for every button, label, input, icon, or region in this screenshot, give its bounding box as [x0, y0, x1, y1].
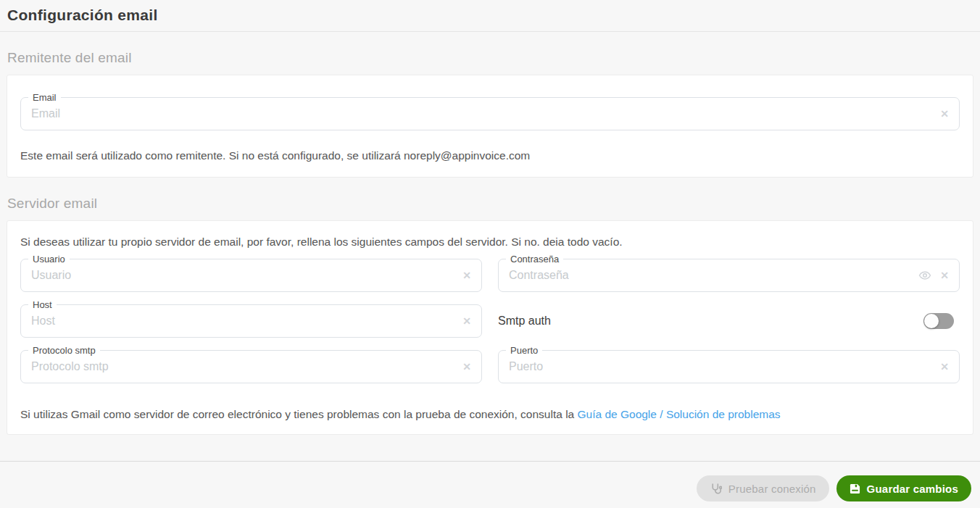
page-header: Configuración email: [0, 0, 980, 32]
x-clear-icon[interactable]: [940, 362, 949, 372]
usuario-field: Usuario: [20, 259, 482, 292]
test-connection-button[interactable]: Pruebar conexión: [697, 475, 829, 501]
server-intro-text: Si deseas utilizar tu propio servidor de…: [20, 236, 960, 249]
google-guide-link[interactable]: Guía de Google: [578, 408, 657, 420]
contrasena-field-icons: [918, 269, 959, 282]
save-button[interactable]: Guardar cambios: [836, 475, 971, 501]
gmail-note-text: Si utilizas Gmail como servidor de corre…: [20, 408, 578, 420]
puerto-input[interactable]: [499, 360, 940, 373]
sender-help-text: Este email será utilizado como remitente…: [20, 149, 960, 162]
sender-section-heading: Remitente del email: [7, 50, 973, 66]
test-connection-label: Pruebar conexión: [728, 483, 816, 495]
troubleshooting-link[interactable]: Solución de problemas: [666, 408, 781, 420]
sender-card: Email Este email será utilizado como rem…: [7, 75, 973, 178]
host-field-label: Host: [28, 299, 57, 311]
host-field-icons: [462, 316, 481, 326]
smtp-auth-toggle[interactable]: [923, 313, 954, 329]
contrasena-input[interactable]: [499, 269, 918, 282]
usuario-input[interactable]: [21, 269, 462, 282]
protocolo-field-icons: [462, 362, 481, 372]
contrasena-field-label: Contraseña: [506, 253, 563, 265]
toggle-thumb: [924, 314, 939, 328]
puerto-field-icons: [940, 362, 959, 372]
x-clear-icon[interactable]: [940, 270, 949, 280]
protocolo-smtp-field: Protocolo smtp: [20, 350, 482, 383]
x-clear-icon[interactable]: [940, 109, 949, 119]
eye-icon[interactable]: [918, 269, 931, 282]
contrasena-field: Contraseña: [498, 259, 960, 292]
usuario-field-label: Usuario: [28, 253, 70, 265]
protocolo-smtp-field-label: Protocolo smtp: [28, 344, 100, 357]
footer-actions: Pruebar conexión Guardar cambios: [0, 462, 980, 501]
floppy-disk-icon: [850, 483, 860, 494]
host-field: Host: [20, 304, 482, 338]
email-field-label: Email: [28, 91, 61, 104]
server-card: Si deseas utilizar tu propio servidor de…: [7, 220, 973, 435]
x-clear-icon[interactable]: [462, 270, 471, 280]
link-separator: /: [657, 408, 666, 420]
server-section-heading: Servidor email: [7, 196, 973, 212]
puerto-field: Puerto: [498, 350, 960, 383]
smtp-auth-label: Smtp auth: [498, 315, 551, 328]
smtp-auth-row: Smtp auth: [498, 304, 960, 338]
host-input[interactable]: [21, 315, 462, 328]
server-fields-grid: Usuario Contraseña Host: [20, 259, 960, 383]
email-field: Email: [20, 97, 960, 130]
email-field-icons: [940, 109, 959, 119]
email-input[interactable]: [21, 107, 940, 120]
puerto-field-label: Puerto: [506, 344, 542, 357]
protocolo-smtp-input[interactable]: [21, 360, 462, 373]
usuario-field-icons: [462, 270, 481, 280]
x-clear-icon[interactable]: [462, 316, 471, 326]
gmail-note: Si utilizas Gmail como servidor de corre…: [20, 408, 960, 421]
page-title: Configuración email: [7, 7, 973, 24]
save-button-label: Guardar cambios: [867, 483, 958, 495]
stethoscope-icon: [710, 483, 722, 495]
x-clear-icon[interactable]: [462, 362, 471, 372]
